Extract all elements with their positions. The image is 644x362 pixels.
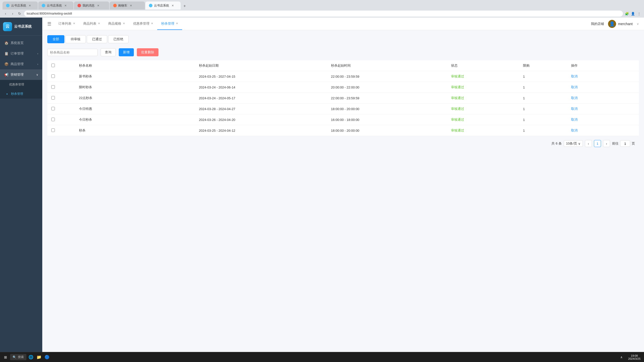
header-tab-coupon-mgmt[interactable]: 优惠券管理 ✕: [129, 18, 157, 30]
search-input[interactable]: [47, 49, 98, 56]
start-button[interactable]: ⊞: [2, 354, 9, 360]
tab-close-3[interactable]: ✕: [97, 4, 99, 7]
cancel-action-4[interactable]: 取消: [571, 118, 578, 121]
browser-tab-1[interactable]: 云书店系统 ✕: [3, 2, 38, 10]
page-size-selector[interactable]: 10条/页 ∨: [564, 140, 583, 147]
table-row: 限时秒杀 2024-03-24 - 2024-06-14 20:00:00 - …: [47, 82, 639, 93]
sidebar-item-home[interactable]: 🏠 系统首页: [0, 38, 42, 48]
cancel-action-1[interactable]: 取消: [571, 85, 578, 89]
filter-btn-approved[interactable]: 已通过: [87, 35, 107, 43]
chevron-down-icon: ∨: [36, 73, 38, 76]
header-tab-order-list[interactable]: 订单列表 ✕: [54, 18, 79, 30]
toolbar: 查询 新增 批量删除: [47, 48, 639, 56]
search-button[interactable]: 查询: [101, 48, 116, 56]
row-limit-3: 1: [519, 104, 567, 114]
header-tab-close-0[interactable]: ✕: [73, 22, 75, 25]
taskbar-icon-2[interactable]: 📁: [35, 354, 43, 361]
filter-btn-all[interactable]: 全部: [47, 35, 64, 43]
tab-add-button[interactable]: +: [181, 3, 188, 10]
row-name-1: 限时秒杀: [75, 82, 195, 93]
browser-tab-4[interactable]: 购物车 ✕: [110, 2, 145, 10]
header-tab-goods-list[interactable]: 商品列表 ✕: [79, 18, 104, 30]
taskbar-search[interactable]: 🔍 搜索: [10, 354, 26, 360]
table-row: 22点秒杀 2024-03-24 - 2024-05-17 22:00:00 -…: [47, 93, 639, 104]
add-button[interactable]: 新增: [119, 48, 134, 56]
row-time-1: 20:00:00 - 22:00:00: [327, 82, 447, 93]
sidebar-item-marketing[interactable]: 📢 营销管理 ∨: [0, 69, 42, 80]
tab-close-1[interactable]: ✕: [29, 4, 31, 7]
sidebar-item-order[interactable]: 📋 订单管理 ›: [0, 48, 42, 59]
cancel-action-5[interactable]: 取消: [571, 128, 578, 132]
tab-close-5[interactable]: ✕: [172, 4, 174, 7]
browser-tab-3[interactable]: 我的消息 ✕: [74, 2, 109, 10]
row-select-0[interactable]: [51, 74, 55, 78]
header-tab-close-2[interactable]: ✕: [123, 22, 125, 25]
taskbar-icon-3[interactable]: 🔵: [44, 354, 51, 361]
row-name-4: 今日秒杀: [75, 114, 195, 125]
browser-actions: 🧩 👤 ⋮: [624, 11, 641, 16]
row-date-4: 2024-03-26 - 2024-04-20: [195, 114, 327, 125]
menu-toggle-button[interactable]: ☰: [47, 21, 51, 27]
chevron-right-icon: ›: [37, 52, 38, 55]
filter-btn-rejected[interactable]: 已拒绝: [108, 35, 129, 43]
filter-btn-pending[interactable]: 待审核: [65, 35, 86, 43]
url-bar[interactable]: localhost:9000/#/marketing-seckill: [24, 11, 623, 17]
col-header-action: 操作: [567, 60, 639, 71]
next-page-button[interactable]: ›: [603, 140, 610, 147]
row-action-2: 取消: [567, 93, 639, 104]
home-icon: 🏠: [4, 41, 9, 45]
row-date-5: 2024-03-25 - 2024-04-12: [195, 125, 327, 136]
cancel-action-3[interactable]: 取消: [571, 107, 578, 111]
user-area[interactable]: 👤 merchant: [608, 20, 633, 28]
row-date-3: 2024-03-28 - 2024-04-27: [195, 104, 327, 114]
row-date-0: 2024-03-25 - 2027-04-15: [195, 71, 327, 82]
header-tab-goods-spec[interactable]: 商品规格 ✕: [104, 18, 129, 30]
goto-page-input[interactable]: [620, 140, 630, 147]
row-status-5: 审核通过: [447, 125, 519, 136]
menu-icon[interactable]: ⋮: [636, 11, 641, 16]
header-tab-close-4[interactable]: ✕: [176, 22, 178, 25]
header-expand-icon[interactable]: ∨: [637, 22, 639, 26]
row-status-4: 审核通过: [447, 114, 519, 125]
taskbar-icon-1[interactable]: 🌐: [27, 354, 34, 361]
tab-bar: 云书店系统 ✕ 云书店系统 ✕ 我的消息 ✕ 购物车 ✕ 云书店系统 ✕ +: [0, 0, 644, 10]
sidebar-item-coupon[interactable]: 优惠券管理: [0, 80, 42, 89]
row-checkbox-1: [47, 82, 75, 93]
chevron-down-icon-page: ∨: [578, 142, 581, 146]
prev-page-button[interactable]: ‹: [585, 140, 592, 147]
row-name-2: 22点秒杀: [75, 93, 195, 104]
forward-button[interactable]: ›: [10, 11, 16, 17]
my-store-button[interactable]: 我的店铺: [591, 22, 604, 26]
tab-close-4[interactable]: ✕: [130, 4, 132, 7]
row-select-2[interactable]: [51, 96, 55, 100]
cancel-action-0[interactable]: 取消: [571, 74, 578, 78]
row-select-5[interactable]: [51, 128, 55, 132]
back-button[interactable]: ‹: [3, 11, 9, 17]
row-select-4[interactable]: [51, 118, 55, 121]
batch-delete-button[interactable]: 批量删除: [137, 48, 158, 56]
reload-button[interactable]: ↻: [17, 11, 23, 17]
select-all-checkbox[interactable]: [51, 64, 55, 67]
row-action-3: 取消: [567, 104, 639, 114]
time-display[interactable]: 19:08 2024/3/25: [627, 354, 642, 361]
browser-tab-5[interactable]: 云书店系统 ✕: [145, 2, 181, 10]
profile-icon[interactable]: 👤: [630, 11, 635, 16]
header-tab-close-1[interactable]: ✕: [98, 22, 100, 25]
browser-tab-2[interactable]: 云书店系统 ✕: [38, 2, 73, 10]
row-select-3[interactable]: [51, 107, 55, 110]
tab-close-2[interactable]: ✕: [64, 4, 67, 7]
sidebar-menu: 🏠 系统首页 📋 订单管理 › 📦 商品管理 › 📢 营销管理 ∨ 优惠券管理: [0, 36, 42, 352]
browser-chrome: 云书店系统 ✕ 云书店系统 ✕ 我的消息 ✕ 购物车 ✕ 云书店系统 ✕ + ‹…: [0, 0, 644, 18]
row-action-4: 取消: [567, 114, 639, 125]
sidebar-item-seckill[interactable]: 秒杀管理: [0, 89, 42, 99]
nav-buttons: ‹ › ↻: [3, 11, 23, 17]
row-time-5: 18:00:00 - 20:00:00: [327, 125, 447, 136]
col-header-date: 秒杀起始日期: [195, 60, 327, 71]
extensions-icon[interactable]: 🧩: [624, 11, 629, 16]
header-tab-close-3[interactable]: ✕: [151, 22, 153, 25]
cancel-action-2[interactable]: 取消: [571, 96, 578, 100]
current-page-number[interactable]: 1: [594, 140, 601, 147]
row-select-1[interactable]: [51, 85, 55, 89]
header-tab-seckill-mgmt[interactable]: 秒杀管理 ✕: [157, 18, 182, 30]
sidebar-item-goods[interactable]: 📦 商品管理 ›: [0, 59, 42, 69]
